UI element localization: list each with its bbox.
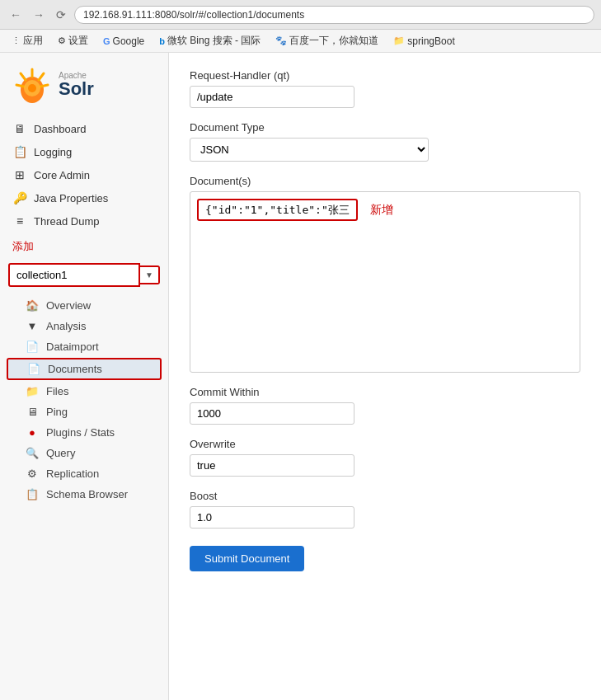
documents-box: 新增	[190, 191, 580, 373]
collection-select-input[interactable]: collection1	[8, 263, 140, 287]
bookmark-bing[interactable]: b 微软 Bing 搜索 - 国际	[154, 32, 265, 49]
svg-line-2	[39, 73, 44, 80]
back-button[interactable]: ←	[7, 7, 25, 23]
sidebar-item-schema-browser[interactable]: 📋 Schema Browser	[0, 484, 168, 505]
sidebar-item-files[interactable]: 📁 Files	[0, 381, 168, 402]
request-handler-label: Request-Handler (qt)	[190, 69, 580, 82]
sidebar-item-query[interactable]: 🔍 Query	[0, 443, 168, 463]
files-icon: 📁	[25, 385, 40, 397]
ping-icon: 🖥	[25, 406, 40, 418]
replication-icon: ⚙	[25, 467, 40, 480]
sub-nav-label: Overview	[46, 299, 91, 312]
google-icon: G	[103, 36, 110, 46]
bookmark-label: springBoot	[407, 35, 454, 47]
svg-point-7	[28, 84, 36, 92]
logging-icon: 📋	[12, 145, 27, 158]
overview-icon: 🏠	[25, 299, 40, 312]
xinjia-annotation: 新增	[370, 203, 393, 218]
sidebar-item-core-admin[interactable]: ⊞ Core Admin	[0, 163, 168, 186]
thread-dump-icon: ≡	[12, 214, 27, 228]
boost-input[interactable]	[190, 506, 354, 529]
commit-within-section: Commit Within	[190, 386, 580, 425]
overwrite-section: Overwrite	[190, 438, 580, 477]
core-admin-icon: ⊞	[12, 168, 27, 181]
sub-nav-label: Documents	[48, 363, 102, 375]
sidebar-item-analysis[interactable]: ▼ Analysis	[0, 316, 168, 336]
folder-icon: 📁	[393, 35, 405, 46]
main-nav: 🖥 Dashboard 📋 Logging ⊞ Core Admin 🔑 Jav…	[0, 113, 168, 237]
sub-nav-label: Ping	[46, 406, 68, 418]
document-type-label: Document Type	[190, 121, 580, 134]
sidebar-item-documents[interactable]: 📄 Documents	[7, 358, 162, 380]
doc-first-line: 新增	[190, 192, 580, 228]
sidebar-item-plugins-stats[interactable]: ● Plugins / Stats	[0, 422, 168, 443]
bookmark-baidu[interactable]: 🐾 百度一下，你就知道	[270, 32, 383, 49]
sidebar-item-label: Core Admin	[34, 169, 90, 181]
sidebar-item-dashboard[interactable]: 🖥 Dashboard	[0, 117, 168, 140]
document-type-section: Document Type JSON XML CSV	[190, 121, 580, 162]
sub-nav-label: Query	[46, 447, 75, 459]
bookmark-label: 应用	[23, 34, 43, 48]
overwrite-label: Overwrite	[190, 438, 580, 450]
sidebar: Apache Solr 🖥 Dashboard 📋 Logging ⊞ Core…	[0, 53, 169, 700]
sidebar-item-replication[interactable]: ⚙ Replication	[0, 463, 168, 484]
documents-input[interactable]	[197, 199, 358, 221]
commit-within-input[interactable]	[190, 402, 354, 425]
boost-section: Boost	[190, 490, 580, 529]
dataimport-icon: 📄	[25, 341, 40, 353]
bookmark-label: Google	[113, 35, 145, 47]
sub-nav-label: Schema Browser	[46, 488, 128, 500]
bookmarks-bar: ⋮ 应用 ⚙ 设置 G Google b 微软 Bing 搜索 - 国际 🐾 百…	[0, 30, 601, 53]
sidebar-item-java-properties[interactable]: 🔑 Java Properties	[0, 186, 168, 209]
sidebar-item-ping[interactable]: 🖥 Ping	[0, 402, 168, 422]
sub-nav-label: Plugins / Stats	[46, 426, 115, 439]
bookmark-label: 微软 Bing 搜索 - 国际	[167, 34, 261, 48]
solr-logo-icon	[12, 65, 52, 105]
collection-sub-nav: 🏠 Overview ▼ Analysis 📄 Dataimport 📄 Doc…	[0, 291, 168, 509]
plugins-icon: ●	[25, 426, 40, 439]
bookmark-settings[interactable]: ⚙ 设置	[53, 32, 93, 49]
sidebar-item-label: Dashboard	[34, 123, 87, 135]
sub-nav-label: Analysis	[46, 320, 86, 332]
request-handler-section: Request-Handler (qt)	[190, 69, 580, 108]
svg-line-4	[21, 73, 26, 80]
bookmark-label: 百度一下，你就知道	[289, 34, 378, 48]
sub-nav-label: Dataimport	[46, 341, 99, 353]
svg-line-5	[16, 85, 24, 87]
overwrite-input[interactable]	[190, 454, 354, 477]
forward-button[interactable]: →	[30, 7, 48, 23]
sidebar-item-overview[interactable]: 🏠 Overview	[0, 295, 168, 316]
document-type-select[interactable]: JSON XML CSV	[190, 138, 429, 162]
request-handler-input[interactable]	[190, 86, 354, 108]
add-label: 添加	[0, 237, 168, 259]
schema-browser-icon: 📋	[25, 488, 40, 500]
boost-label: Boost	[190, 490, 580, 502]
solr-label: Solr	[59, 80, 94, 98]
documents-icon: 📄	[26, 363, 41, 375]
query-icon: 🔍	[25, 447, 40, 459]
sub-nav-label: Replication	[46, 467, 99, 480]
svg-line-3	[40, 85, 48, 87]
sidebar-item-dataimport[interactable]: 📄 Dataimport	[0, 336, 168, 357]
documents-label: Document(s)	[190, 175, 580, 187]
sidebar-item-logging[interactable]: 📋 Logging	[0, 140, 168, 163]
submit-document-button[interactable]: Submit Document	[190, 546, 304, 571]
sidebar-item-label: Thread Dump	[34, 215, 99, 228]
bookmark-google[interactable]: G Google	[98, 34, 149, 49]
solr-brand: Apache Solr	[59, 72, 94, 98]
bing-icon: b	[159, 36, 165, 46]
bookmark-apps[interactable]: ⋮ 应用	[7, 32, 48, 49]
apps-icon: ⋮	[12, 35, 21, 46]
bookmark-label: 设置	[68, 34, 88, 48]
main-content: Request-Handler (qt) Document Type JSON …	[169, 53, 601, 700]
bookmark-springboot[interactable]: 📁 springBoot	[388, 34, 459, 49]
reload-button[interactable]: ⟳	[53, 7, 69, 23]
collection-dropdown-button[interactable]: ▼	[140, 265, 160, 284]
commit-within-label: Commit Within	[190, 386, 580, 398]
logo-area: Apache Solr	[0, 53, 168, 113]
sidebar-item-label: Java Properties	[34, 192, 108, 204]
sidebar-item-thread-dump[interactable]: ≡ Thread Dump	[0, 209, 168, 233]
analysis-icon: ▼	[25, 320, 40, 332]
browser-chrome: ← → ⟳	[0, 0, 601, 30]
url-bar[interactable]	[74, 6, 594, 24]
